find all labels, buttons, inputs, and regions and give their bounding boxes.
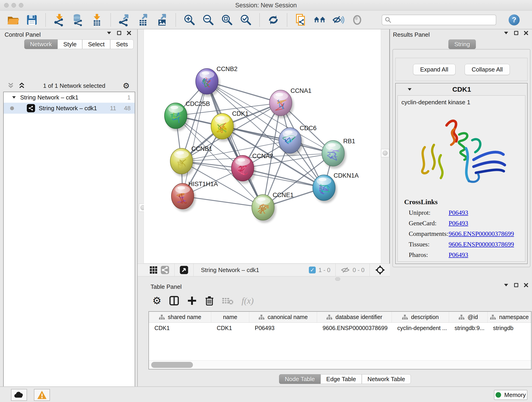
string-home-button[interactable]: [313, 13, 326, 27]
birdseye-grid-button[interactable]: [149, 266, 158, 274]
zoom-selected-button[interactable]: [239, 13, 253, 27]
network-column-icon: [326, 314, 332, 320]
hide-unhide-button[interactable]: [332, 13, 345, 27]
cell-canonical-name[interactable]: P06493: [249, 323, 317, 333]
open-session-button[interactable]: [6, 13, 20, 27]
horizontal-splitter-knob[interactable]: [335, 277, 340, 281]
collapse-all-icon[interactable]: [7, 82, 15, 89]
network-edge-ccnb2-hist1h1a[interactable]: [183, 81, 207, 196]
tab-node-table[interactable]: Node Table: [279, 374, 321, 384]
left-splitter[interactable]: [138, 29, 144, 264]
collection-expand-icon[interactable]: [12, 96, 16, 99]
gene-section-header[interactable]: CDK1: [396, 83, 527, 95]
tab-string[interactable]: String: [448, 39, 476, 49]
close-panel-icon[interactable]: [524, 283, 528, 287]
export-network-icon: [118, 13, 131, 26]
control-panel-title: Control Panel: [5, 31, 41, 38]
database-icon: [72, 13, 85, 26]
column-header-database-identifier[interactable]: database identifier: [317, 312, 392, 322]
tab-sets[interactable]: Sets: [110, 39, 133, 49]
gene-expand-icon[interactable]: [408, 88, 412, 91]
tab-style[interactable]: Style: [57, 39, 82, 49]
column-header-shared-name[interactable]: shared name: [149, 312, 211, 322]
column-header-name[interactable]: name: [211, 312, 249, 322]
table-toolbar: ⚙ f(x): [152, 293, 254, 309]
float-panel-icon[interactable]: [514, 31, 518, 35]
memory-status-dot: [496, 392, 501, 398]
tab-network[interactable]: Network: [24, 39, 57, 49]
crosslink-uniprot-link[interactable]: P06493: [449, 209, 468, 216]
save-floppy-icon: [25, 13, 38, 26]
import-network-from-database-button[interactable]: [71, 13, 85, 27]
float-panel-icon[interactable]: [514, 283, 518, 287]
zoom-fit-button[interactable]: [220, 13, 234, 27]
cell-namespace[interactable]: stringdb: [488, 323, 531, 333]
cloud-status-button[interactable]: [11, 389, 27, 401]
apply-layout-button[interactable]: [267, 13, 280, 27]
export-image-button[interactable]: [155, 13, 169, 27]
export-table-button[interactable]: [137, 13, 150, 27]
crosslink-tissues-link[interactable]: 9606.ENSP00000378699: [449, 241, 514, 248]
column-header-id[interactable]: @id: [449, 312, 488, 322]
clone-network-button[interactable]: [294, 13, 307, 27]
network-canvas[interactable]: CCNB2CCNA1CDC25BCDK1CDC6RB1CCNB1CCNA2CDK…: [144, 29, 381, 263]
save-session-button[interactable]: [25, 13, 38, 27]
crosshair-icon[interactable]: [375, 265, 385, 275]
table-horizontal-scrollbar[interactable]: [149, 360, 531, 369]
show-columns-icon[interactable]: [169, 296, 179, 306]
collapse-panel-icon[interactable]: [504, 284, 508, 286]
network-collection-row[interactable]: String Network – cdk1 1: [4, 92, 135, 103]
expand-all-icon[interactable]: [18, 82, 26, 89]
import-network-from-file-button[interactable]: [53, 13, 66, 27]
collapse-all-button[interactable]: Collapse All: [465, 64, 510, 75]
help-button[interactable]: ?: [509, 14, 520, 26]
cell-database-identifier[interactable]: 9606.ENSP00000378699: [317, 323, 392, 333]
network-node-label-ccna2: CCNA2: [252, 153, 273, 160]
column-header-namespace[interactable]: namespace: [488, 312, 531, 322]
scrollbar-thumb[interactable]: [151, 362, 193, 368]
selected-checkbox-icon[interactable]: ✓: [309, 267, 316, 274]
tab-network-table[interactable]: Network Table: [362, 374, 411, 384]
cell-id[interactable]: stringdb:9...: [449, 323, 488, 333]
close-panel-icon[interactable]: [524, 31, 528, 35]
float-panel-icon[interactable]: [117, 31, 121, 35]
network-row-selected[interactable]: String Network – cdk1 11 48: [4, 103, 135, 114]
import-table-from-file-button[interactable]: [90, 13, 104, 27]
delete-trash-icon[interactable]: [205, 295, 214, 306]
table-settings-gear-icon[interactable]: ⚙: [152, 296, 161, 306]
search-input[interactable]: [394, 16, 493, 24]
cell-description[interactable]: cyclin-dependent ...: [392, 323, 449, 333]
toolbar-separator: [176, 13, 176, 27]
open-in-new-window-button[interactable]: [180, 266, 188, 274]
network-column-icon: [259, 314, 264, 320]
network-share-button[interactable]: [161, 266, 169, 274]
cell-name[interactable]: CDK1: [211, 323, 249, 333]
memory-button[interactable]: Memory: [494, 390, 527, 400]
add-column-icon[interactable]: [187, 296, 197, 306]
expand-all-button[interactable]: Expand All: [413, 64, 456, 75]
zoom-in-button[interactable]: [183, 13, 196, 27]
warnings-button[interactable]: [34, 389, 50, 401]
crosslink-row: Compartments: 9606.ENSP00000378699: [409, 230, 525, 237]
gear-icon[interactable]: ⚙: [123, 82, 130, 89]
zoom-out-button[interactable]: [202, 13, 215, 27]
network-edge-ccnb2-ccne1[interactable]: [207, 81, 263, 207]
crosslink-compartments-link[interactable]: 9606.ENSP00000378699: [449, 230, 514, 237]
table-row[interactable]: CDK1 CDK1 P06493 9606.ENSP00000378699 cy…: [149, 323, 531, 333]
tab-edge-table[interactable]: Edge Table: [321, 374, 362, 384]
houses-icon: [313, 13, 326, 26]
crosslink-pharos-link[interactable]: P06493: [449, 251, 468, 259]
close-panel-icon[interactable]: [127, 31, 131, 35]
crosslink-genecard-link[interactable]: P06493: [449, 220, 468, 227]
right-splitter[interactable]: [381, 29, 390, 264]
cell-shared-name[interactable]: CDK1: [149, 323, 211, 333]
column-header-description[interactable]: description: [392, 312, 449, 322]
graphics-details-button[interactable]: [351, 13, 364, 27]
collapse-panel-icon[interactable]: [107, 32, 111, 34]
column-header-canonical-name[interactable]: canonical name: [249, 312, 317, 322]
export-network-button[interactable]: [118, 13, 131, 27]
collapse-panel-icon[interactable]: [504, 32, 508, 34]
tab-select[interactable]: Select: [82, 39, 110, 49]
right-splitter-knob[interactable]: [381, 149, 389, 157]
function-builder-icon: f(x): [241, 296, 254, 306]
